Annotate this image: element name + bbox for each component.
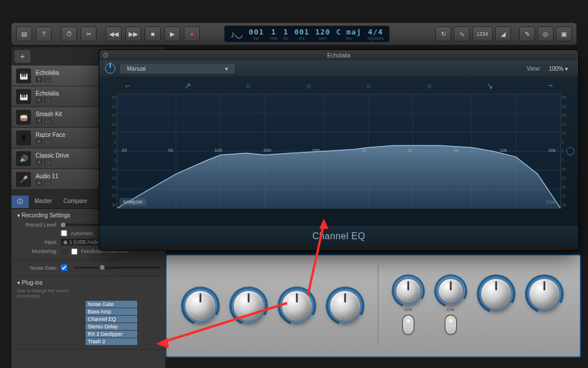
eq-plugin-name: Channel EQ bbox=[99, 226, 578, 247]
plugin-slot[interactable]: Bass Amp bbox=[86, 308, 137, 315]
amp-controls-panel: ON ON bbox=[165, 254, 581, 358]
view-label: View: bbox=[527, 66, 540, 72]
eq-band-icon[interactable]: ○ bbox=[243, 81, 253, 90]
amp-knob-2[interactable] bbox=[232, 289, 265, 323]
track-icon: 🎹 bbox=[16, 89, 31, 104]
amp-knob-4[interactable] bbox=[328, 289, 362, 323]
amp-knob-6[interactable] bbox=[437, 277, 465, 305]
plugins-description: Use to change the sound processing. bbox=[17, 288, 80, 298]
master-volume-button[interactable]: ◢ bbox=[495, 26, 511, 41]
solo-button[interactable]: 🎧 bbox=[44, 118, 51, 124]
eq-band-icons: ⌐↗○○○○↘¬ bbox=[117, 81, 561, 94]
plugin-slot[interactable]: Stereo Delay bbox=[86, 323, 137, 330]
library-button[interactable]: ▤ bbox=[16, 26, 32, 41]
lcd-sig: 4/4 bbox=[368, 28, 383, 36]
rewind-button[interactable]: ◀◀ bbox=[106, 26, 122, 41]
inspector-compare-tab[interactable]: Compare bbox=[58, 195, 93, 208]
eq-band-icon[interactable]: ¬ bbox=[545, 81, 555, 90]
track-icon: 🎤 bbox=[16, 172, 31, 187]
eq-band-icon[interactable]: ↗ bbox=[183, 81, 193, 90]
eq-band-icon[interactable]: ○ bbox=[424, 81, 435, 90]
amp-toggle-1[interactable] bbox=[402, 315, 415, 335]
track-icon: 🥁 bbox=[16, 110, 31, 125]
view-zoom-selector[interactable]: 100% ▾ bbox=[544, 64, 572, 73]
add-track-button[interactable]: + bbox=[14, 50, 30, 63]
inspector-info-tab[interactable]: ⓘ bbox=[11, 195, 29, 208]
lcd-mode-button[interactable]: 1234 bbox=[472, 26, 493, 41]
amp-knob-5[interactable] bbox=[394, 277, 422, 305]
record-button[interactable]: ● bbox=[184, 26, 200, 41]
plugin-slot[interactable]: RX 2 Declipper bbox=[86, 331, 137, 338]
note-icon: ♪◡ bbox=[230, 29, 243, 40]
lcd-beat: 1 bbox=[271, 28, 276, 36]
mute-button[interactable]: ⊘ bbox=[36, 97, 42, 103]
track-icon: 🎹 bbox=[16, 68, 31, 83]
main-toolbar: ▤ ? ⏱ ✂ ◀◀ ▶▶ ■ ▶ ● ♪◡ 001bar 1beat 1div… bbox=[11, 23, 577, 45]
channel-eq-window: × Echolalia Manual▾ View: 100% ▾ ⌐↗○○○○↘… bbox=[99, 49, 579, 251]
play-button[interactable]: ▶ bbox=[164, 26, 180, 41]
track-icon: 🔊 bbox=[16, 151, 31, 166]
amp-toggle-2[interactable] bbox=[444, 315, 457, 335]
solo-button[interactable]: 🎧 bbox=[44, 76, 51, 82]
mute-button[interactable]: ⊘ bbox=[36, 180, 42, 186]
noise-gate-checkbox[interactable] bbox=[61, 264, 67, 271]
notepad-button[interactable]: ✎ bbox=[519, 26, 535, 41]
feedback-protection-checkbox[interactable] bbox=[71, 248, 78, 255]
lcd-tick: 001 bbox=[294, 28, 309, 36]
plugins-header[interactable]: ▾ Plug-ins bbox=[17, 279, 160, 286]
mute-button[interactable]: ⊘ bbox=[36, 159, 42, 165]
metronome-button[interactable]: ⏱ bbox=[61, 26, 77, 41]
eq-band-icon[interactable]: ↘ bbox=[485, 81, 495, 90]
amp-knob-8[interactable] bbox=[528, 277, 561, 310]
amp-knob-3[interactable] bbox=[280, 289, 314, 323]
divider bbox=[378, 266, 378, 346]
lcd-bar: 001 bbox=[249, 28, 264, 36]
media-browser-button[interactable]: ▣ bbox=[556, 26, 572, 41]
stop-button[interactable]: ■ bbox=[145, 26, 161, 41]
lcd-display[interactable]: ♪◡ 001bar 1beat 1div 001tick 120bpm C ma… bbox=[224, 25, 390, 43]
analyzer-button[interactable]: Analyzer bbox=[119, 198, 146, 206]
automatic-level-checkbox[interactable] bbox=[61, 230, 67, 236]
lcd-bpm: 120 bbox=[315, 28, 330, 36]
amp-knob-7[interactable] bbox=[479, 277, 513, 310]
eq-band-icon[interactable]: ⌐ bbox=[122, 81, 133, 90]
mute-button[interactable]: ⊘ bbox=[36, 118, 42, 124]
forward-button[interactable]: ▶▶ bbox=[125, 26, 141, 41]
track-icon: 🎛 bbox=[16, 131, 31, 145]
eq-band-icon[interactable]: ○ bbox=[364, 81, 374, 90]
inspector-master-tab[interactable]: Master bbox=[29, 195, 58, 208]
monitoring-button[interactable] bbox=[61, 248, 68, 255]
plugin-slot[interactable]: Channel EQ bbox=[86, 316, 137, 323]
eq-graph[interactable]: 30252015105051015202530 3025201510505101… bbox=[117, 94, 561, 209]
cycle-button[interactable]: ↻ bbox=[435, 26, 451, 41]
lcd-key: C maj bbox=[336, 28, 361, 36]
noise-gate-slider[interactable] bbox=[74, 267, 160, 269]
eq-preset-selector[interactable]: Manual▾ bbox=[120, 64, 235, 74]
eq-band-icon[interactable]: ○ bbox=[303, 81, 314, 90]
solo-button[interactable]: 🎧 bbox=[44, 139, 51, 144]
chevron-down-icon: ▾ bbox=[225, 66, 228, 72]
close-icon[interactable]: × bbox=[103, 52, 109, 58]
mute-button[interactable]: ⊘ bbox=[36, 139, 42, 144]
eq-window-title: Echolalia bbox=[327, 52, 351, 59]
tuner-button[interactable]: ∿ bbox=[454, 26, 470, 41]
solo-button[interactable]: 🎧 bbox=[44, 180, 51, 186]
solo-button[interactable]: 🎧 bbox=[44, 159, 51, 165]
amp-knob-1[interactable] bbox=[184, 289, 217, 323]
plugin-slot[interactable]: Trash 2 bbox=[86, 338, 137, 345]
mute-button[interactable]: ⊘ bbox=[36, 76, 42, 82]
lcd-div: 1 bbox=[284, 28, 289, 36]
eq-titlebar[interactable]: × Echolalia bbox=[99, 50, 578, 60]
count-in-button[interactable]: ✂ bbox=[80, 26, 96, 41]
power-icon[interactable] bbox=[105, 63, 115, 74]
help-button[interactable]: ? bbox=[36, 26, 52, 41]
loop-browser-button[interactable]: ◎ bbox=[537, 26, 554, 41]
gain-knob[interactable] bbox=[566, 147, 574, 155]
plugin-slot[interactable]: Noise Gate bbox=[86, 301, 137, 308]
solo-button[interactable]: 🎧 bbox=[44, 97, 51, 103]
gain-label: Gain bbox=[546, 199, 557, 205]
